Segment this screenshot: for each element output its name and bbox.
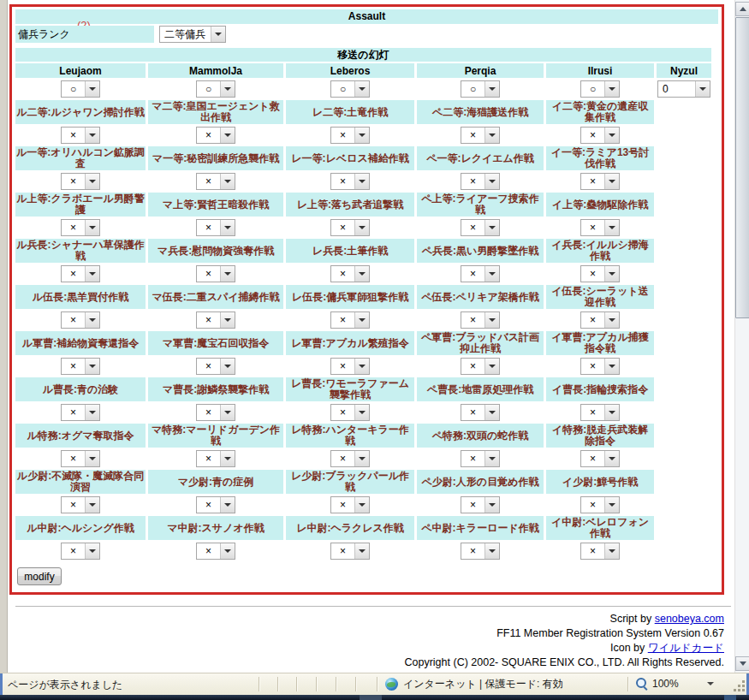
chevron-down-icon[interactable] [484, 266, 499, 282]
wildcard-link[interactable]: ワイルドカード [648, 642, 724, 654]
chevron-down-icon[interactable] [484, 174, 499, 189]
mission-select-2-1[interactable]: × [196, 219, 235, 236]
chevron-down-icon[interactable] [484, 220, 499, 235]
chevron-down-icon[interactable] [604, 405, 619, 420]
chevron-down-icon[interactable] [707, 682, 714, 685]
zoom-control[interactable]: 100% [635, 677, 714, 690]
chevron-down-icon[interactable] [484, 312, 499, 328]
mission-select-1-0[interactable]: × [61, 173, 100, 190]
modify-button[interactable]: modify [17, 567, 62, 585]
mission-select-0-2[interactable]: × [330, 127, 370, 144]
chevron-down-icon[interactable] [220, 405, 235, 420]
scroll-down-button[interactable] [735, 656, 749, 671]
mission-select-3-3[interactable]: × [461, 265, 500, 282]
mission-select-0-4[interactable]: × [580, 127, 620, 144]
chevron-down-icon[interactable] [484, 128, 499, 143]
chevron-down-icon[interactable] [354, 220, 369, 235]
mission-select-6-1[interactable]: × [196, 404, 235, 421]
chevron-down-icon[interactable] [354, 451, 369, 466]
mission-select-4-4[interactable]: × [580, 311, 620, 329]
mission-select-3-1[interactable]: × [196, 265, 235, 282]
availability-select-mammolja[interactable]: ○ [196, 80, 235, 98]
chevron-down-icon[interactable] [85, 174, 99, 189]
chevron-down-icon[interactable] [354, 174, 369, 189]
availability-select-nyzul[interactable]: 0 [657, 80, 710, 98]
availability-select-perqia[interactable]: ○ [461, 80, 500, 98]
resize-grip[interactable] [733, 679, 745, 691]
chevron-down-icon[interactable] [85, 220, 99, 235]
mission-select-5-0[interactable]: × [61, 358, 100, 375]
mission-select-8-2[interactable]: × [330, 496, 370, 513]
mission-select-7-2[interactable]: × [330, 450, 370, 467]
chevron-down-icon[interactable] [211, 27, 225, 42]
mission-select-0-3[interactable]: × [461, 127, 500, 144]
chevron-down-icon[interactable] [85, 81, 99, 97]
mission-select-6-0[interactable]: × [61, 404, 100, 421]
chevron-down-icon[interactable] [354, 405, 369, 420]
scroll-up-button[interactable] [735, 2, 749, 16]
mission-select-7-0[interactable]: × [61, 450, 100, 467]
mission-select-8-3[interactable]: × [461, 496, 500, 513]
mission-select-4-2[interactable]: × [330, 311, 370, 329]
mission-select-8-1[interactable]: × [196, 496, 235, 513]
chevron-down-icon[interactable] [354, 128, 369, 143]
mission-select-9-2[interactable]: × [330, 543, 370, 560]
chevron-down-icon[interactable] [354, 266, 369, 282]
mission-select-0-1[interactable]: × [196, 127, 235, 144]
mission-select-3-0[interactable]: × [61, 265, 100, 282]
mission-select-9-0[interactable]: × [61, 543, 100, 560]
chevron-down-icon[interactable] [354, 497, 369, 513]
mission-select-5-1[interactable]: × [196, 358, 235, 375]
mission-select-6-3[interactable]: × [461, 404, 500, 421]
chevron-down-icon[interactable] [354, 359, 369, 374]
mission-select-2-4[interactable]: × [580, 219, 620, 236]
chevron-down-icon[interactable] [604, 174, 619, 189]
chevron-down-icon[interactable] [604, 451, 619, 466]
mission-select-4-1[interactable]: × [196, 311, 235, 329]
chevron-down-icon[interactable] [604, 312, 619, 328]
vertical-scrollbar[interactable] [734, 0, 749, 673]
availability-select-leberos[interactable]: ○ [330, 80, 370, 98]
mission-select-2-3[interactable]: × [461, 219, 500, 236]
chevron-down-icon[interactable] [85, 359, 99, 374]
chevron-down-icon[interactable] [85, 451, 99, 466]
mission-select-4-3[interactable]: × [461, 311, 500, 329]
chevron-down-icon[interactable] [220, 220, 235, 235]
chevron-down-icon[interactable] [85, 543, 99, 559]
mission-select-6-2[interactable]: × [330, 404, 370, 421]
chevron-down-icon[interactable] [484, 451, 499, 466]
chevron-down-icon[interactable] [604, 359, 619, 374]
mission-select-9-3[interactable]: × [461, 543, 500, 560]
mission-select-3-2[interactable]: × [330, 265, 370, 282]
chevron-down-icon[interactable] [85, 405, 99, 420]
chevron-down-icon[interactable] [484, 359, 499, 374]
chevron-down-icon[interactable] [85, 128, 99, 143]
chevron-down-icon[interactable] [604, 81, 619, 97]
mission-select-0-0[interactable]: × [61, 127, 100, 144]
mission-select-1-1[interactable]: × [196, 173, 235, 190]
scrollbar-thumb[interactable] [735, 17, 749, 318]
chevron-down-icon[interactable] [484, 405, 499, 420]
chevron-down-icon[interactable] [220, 174, 235, 189]
chevron-down-icon[interactable] [484, 81, 499, 97]
senobeya-link[interactable]: senobeya.com [655, 613, 724, 625]
chevron-down-icon[interactable] [604, 497, 619, 513]
mission-select-1-2[interactable]: × [330, 173, 370, 190]
mission-select-5-3[interactable]: × [461, 358, 500, 375]
chevron-down-icon[interactable] [220, 128, 235, 143]
chevron-down-icon[interactable] [220, 81, 235, 97]
mission-select-2-2[interactable]: × [330, 219, 370, 236]
rank-select[interactable]: 二等傭兵 [159, 26, 226, 43]
mission-select-4-0[interactable]: × [61, 311, 100, 329]
mission-select-5-2[interactable]: × [330, 358, 370, 375]
chevron-down-icon[interactable] [85, 497, 99, 513]
chevron-down-icon[interactable] [220, 543, 235, 559]
mission-select-7-1[interactable]: × [196, 450, 235, 467]
chevron-down-icon[interactable] [220, 451, 235, 466]
mission-select-9-1[interactable]: × [196, 543, 235, 560]
chevron-down-icon[interactable] [220, 266, 235, 282]
mission-select-1-4[interactable]: × [580, 173, 620, 190]
mission-select-3-4[interactable]: × [580, 265, 620, 282]
chevron-down-icon[interactable] [220, 359, 235, 374]
mission-select-8-0[interactable]: × [61, 496, 100, 513]
